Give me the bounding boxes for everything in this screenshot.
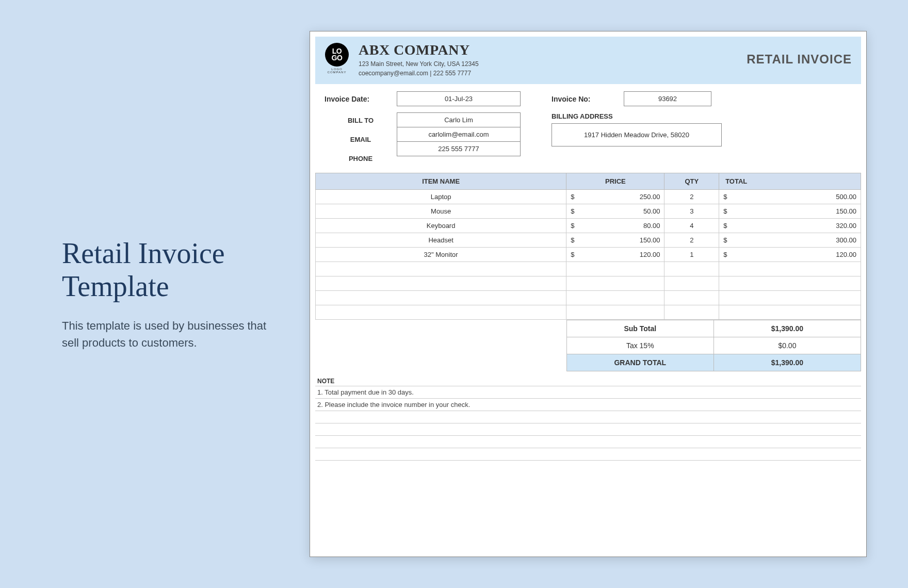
col-total: TOTAL: [719, 173, 861, 190]
label-bill-to: BILL TO: [325, 112, 397, 124]
table-row: [316, 291, 861, 305]
label-grand-total: GRAND TOTAL: [566, 354, 714, 371]
note-line[interactable]: 1. Total payment due in 30 days.: [315, 386, 861, 399]
note-line[interactable]: [315, 411, 861, 423]
item-price[interactable]: $250.00: [566, 190, 664, 204]
label-email: EMAIL: [325, 132, 397, 143]
table-row: 32" Monitor$120.001$120.00: [316, 248, 861, 262]
bill-to-name[interactable]: Carlo Lim: [397, 112, 521, 127]
table-row: [316, 276, 861, 291]
label-subtotal: Sub Total: [566, 320, 714, 337]
note-line[interactable]: 2. Please include the invoice number in …: [315, 399, 861, 411]
invoice-title: RETAIL INVOICE: [747, 52, 852, 67]
page-description: This template is used by businesses that…: [62, 317, 279, 351]
logo-subtext: LOGO COMPANY: [321, 68, 352, 74]
table-row: [316, 305, 861, 320]
label-tax: Tax 15%: [566, 337, 714, 354]
item-total: $300.00: [719, 233, 861, 248]
invoice-number[interactable]: 93692: [624, 91, 711, 106]
item-name[interactable]: Headset: [316, 233, 566, 248]
label-note: NOTE: [315, 374, 861, 386]
table-row: Laptop$250.002$500.00: [316, 190, 861, 204]
logo: LOGO LOGO COMPANY: [321, 42, 352, 74]
item-name[interactable]: Keyboard: [316, 219, 566, 233]
table-row: Headset$150.002$300.00: [316, 233, 861, 248]
table-row: [316, 262, 861, 276]
item-price[interactable]: $150.00: [566, 233, 664, 248]
item-price[interactable]: $120.00: [566, 248, 664, 262]
bill-to-email[interactable]: carlolim@email.com: [397, 127, 521, 142]
totals-table: Sub Total $1,390.00 Tax 15% $0.00 GRAND …: [566, 320, 861, 371]
note-line[interactable]: [315, 436, 861, 448]
company-contact: coecompany@email.com | 222 555 7777: [359, 70, 747, 77]
label-invoice-date: Invoice Date:: [325, 95, 397, 103]
company-address: 123 Main Street, New York City, USA 1234…: [359, 60, 747, 68]
company-name: ABX COMPANY: [359, 42, 747, 58]
item-total: $120.00: [719, 248, 861, 262]
col-item-name: ITEM NAME: [316, 173, 566, 190]
billing-address[interactable]: 1917 Hidden Meadow Drive, 58020: [552, 123, 722, 146]
item-total: $500.00: [719, 190, 861, 204]
item-price[interactable]: $50.00: [566, 204, 664, 219]
label-billing-address: BILLING ADDRESS: [552, 112, 722, 120]
item-qty[interactable]: 4: [664, 219, 719, 233]
col-price: PRICE: [566, 173, 664, 190]
table-row: Keyboard$80.004$320.00: [316, 219, 861, 233]
note-line[interactable]: [315, 423, 861, 436]
table-row: Mouse$50.003$150.00: [316, 204, 861, 219]
invoice-date[interactable]: 01-Jul-23: [397, 91, 521, 106]
item-qty[interactable]: 1: [664, 248, 719, 262]
bill-to-phone[interactable]: 225 555 7777: [397, 141, 521, 156]
item-price[interactable]: $80.00: [566, 219, 664, 233]
tax-value: $0.00: [714, 337, 861, 354]
invoice-sheet: LOGO LOGO COMPANY ABX COMPANY 123 Main S…: [310, 31, 867, 557]
items-table: ITEM NAME PRICE QTY TOTAL Laptop$250.002…: [315, 173, 861, 320]
item-total: $320.00: [719, 219, 861, 233]
item-qty[interactable]: 3: [664, 204, 719, 219]
page-title: Retail Invoice Template: [62, 237, 279, 303]
col-qty: QTY: [664, 173, 719, 190]
item-total: $150.00: [719, 204, 861, 219]
grand-total-value: $1,390.00: [714, 354, 861, 371]
item-qty[interactable]: 2: [664, 190, 719, 204]
item-name[interactable]: 32" Monitor: [316, 248, 566, 262]
item-name[interactable]: Laptop: [316, 190, 566, 204]
item-name[interactable]: Mouse: [316, 204, 566, 219]
label-invoice-no: Invoice No:: [552, 95, 624, 103]
label-phone: PHONE: [325, 151, 397, 162]
logo-icon: LOGO: [325, 43, 349, 67]
subtotal-value: $1,390.00: [714, 320, 861, 337]
note-line[interactable]: [315, 448, 861, 461]
item-qty[interactable]: 2: [664, 233, 719, 248]
